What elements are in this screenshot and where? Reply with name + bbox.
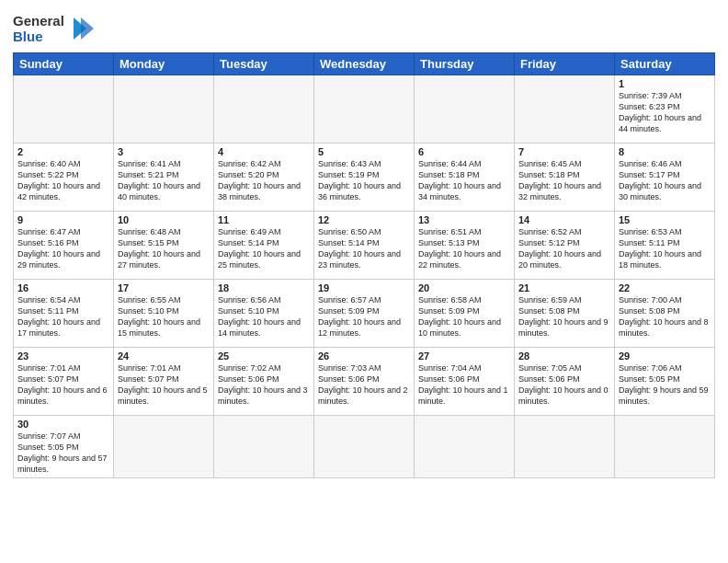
table-row: 28Sunrise: 7:05 AM Sunset: 5:06 PM Dayli… — [515, 347, 615, 415]
day-info: Sunrise: 6:56 AM Sunset: 5:10 PM Dayligh… — [218, 294, 310, 339]
table-row: 11Sunrise: 6:49 AM Sunset: 5:14 PM Dayli… — [214, 211, 314, 279]
day-info: Sunrise: 6:52 AM Sunset: 5:12 PM Dayligh… — [518, 226, 610, 271]
table-row: 10Sunrise: 6:48 AM Sunset: 5:15 PM Dayli… — [114, 211, 214, 279]
day-info: Sunrise: 6:54 AM Sunset: 5:11 PM Dayligh… — [17, 294, 109, 339]
col-sunday: Sunday — [14, 52, 114, 75]
table-row: 29Sunrise: 7:06 AM Sunset: 5:05 PM Dayli… — [615, 347, 715, 415]
day-info: Sunrise: 6:44 AM Sunset: 5:18 PM Dayligh… — [418, 158, 510, 203]
table-row — [214, 75, 314, 143]
col-friday: Friday — [515, 52, 615, 75]
day-number: 2 — [17, 146, 109, 157]
day-number: 6 — [418, 146, 510, 157]
page: General Blue Sunday Monday Tuesday Wedne… — [0, 0, 728, 563]
day-info: Sunrise: 7:02 AM Sunset: 5:06 PM Dayligh… — [218, 362, 310, 408]
day-number: 5 — [318, 146, 410, 157]
day-number: 16 — [17, 282, 109, 293]
day-info: Sunrise: 7:04 AM Sunset: 5:06 PM Dayligh… — [418, 362, 510, 408]
table-row: 18Sunrise: 6:56 AM Sunset: 5:10 PM Dayli… — [214, 279, 314, 347]
table-row — [114, 415, 214, 478]
day-info: Sunrise: 6:45 AM Sunset: 5:18 PM Dayligh… — [518, 158, 610, 203]
day-number: 13 — [418, 214, 510, 225]
day-number: 20 — [418, 282, 510, 293]
day-number: 24 — [118, 350, 210, 362]
day-number: 4 — [218, 146, 310, 157]
day-number: 25 — [218, 350, 310, 362]
day-number: 17 — [118, 282, 210, 293]
table-row: 3Sunrise: 6:41 AM Sunset: 5:21 PM Daylig… — [114, 143, 214, 211]
day-info: Sunrise: 6:48 AM Sunset: 5:15 PM Dayligh… — [118, 226, 210, 271]
day-info: Sunrise: 7:03 AM Sunset: 5:06 PM Dayligh… — [318, 362, 410, 408]
table-row: 20Sunrise: 6:58 AM Sunset: 5:09 PM Dayli… — [415, 279, 515, 347]
day-number: 29 — [619, 350, 711, 362]
table-row: 14Sunrise: 6:52 AM Sunset: 5:12 PM Dayli… — [515, 211, 615, 279]
day-info: Sunrise: 6:40 AM Sunset: 5:22 PM Dayligh… — [17, 158, 109, 203]
day-info: Sunrise: 7:05 AM Sunset: 5:06 PM Dayligh… — [518, 362, 610, 408]
day-info: Sunrise: 6:53 AM Sunset: 5:11 PM Dayligh… — [619, 226, 711, 271]
col-tuesday: Tuesday — [214, 52, 314, 75]
table-row — [615, 415, 715, 478]
day-info: Sunrise: 6:51 AM Sunset: 5:13 PM Dayligh… — [418, 226, 510, 271]
table-row: 19Sunrise: 6:57 AM Sunset: 5:09 PM Dayli… — [314, 279, 415, 347]
day-number: 22 — [619, 282, 711, 293]
table-row: 12Sunrise: 6:50 AM Sunset: 5:14 PM Dayli… — [314, 211, 415, 279]
day-info: Sunrise: 6:58 AM Sunset: 5:09 PM Dayligh… — [418, 294, 510, 339]
day-number: 1 — [619, 78, 711, 89]
table-row: 30Sunrise: 7:07 AM Sunset: 5:05 PM Dayli… — [14, 415, 114, 478]
table-row: 21Sunrise: 6:59 AM Sunset: 5:08 PM Dayli… — [515, 279, 615, 347]
day-info: Sunrise: 6:43 AM Sunset: 5:19 PM Dayligh… — [318, 158, 410, 203]
day-number: 26 — [318, 350, 410, 362]
table-row: 27Sunrise: 7:04 AM Sunset: 5:06 PM Dayli… — [415, 347, 515, 415]
table-row: 26Sunrise: 7:03 AM Sunset: 5:06 PM Dayli… — [314, 347, 415, 415]
table-row: 5Sunrise: 6:43 AM Sunset: 5:19 PM Daylig… — [314, 143, 415, 211]
table-row — [415, 75, 515, 143]
logo-general-text: General — [13, 13, 64, 29]
col-saturday: Saturday — [615, 52, 715, 75]
table-row: 23Sunrise: 7:01 AM Sunset: 5:07 PM Dayli… — [14, 347, 114, 415]
day-number: 3 — [118, 146, 210, 157]
table-row: 22Sunrise: 7:00 AM Sunset: 5:08 PM Dayli… — [615, 279, 715, 347]
day-number: 21 — [518, 282, 610, 293]
table-row — [314, 415, 415, 478]
table-row — [114, 75, 214, 143]
svg-marker-1 — [81, 17, 94, 40]
logo-blue-text: Blue — [13, 29, 64, 44]
table-row — [415, 415, 515, 478]
table-row: 1Sunrise: 7:39 AM Sunset: 6:23 PM Daylig… — [615, 75, 715, 143]
day-info: Sunrise: 6:57 AM Sunset: 5:09 PM Dayligh… — [318, 294, 410, 339]
header: General Blue — [13, 9, 715, 45]
table-row: 8Sunrise: 6:46 AM Sunset: 5:17 PM Daylig… — [615, 143, 715, 211]
day-info: Sunrise: 6:59 AM Sunset: 5:08 PM Dayligh… — [518, 294, 610, 339]
table-row — [314, 75, 415, 143]
table-row: 6Sunrise: 6:44 AM Sunset: 5:18 PM Daylig… — [415, 143, 515, 211]
table-row: 13Sunrise: 6:51 AM Sunset: 5:13 PM Dayli… — [415, 211, 515, 279]
calendar: Sunday Monday Tuesday Wednesday Thursday… — [13, 52, 715, 479]
table-row: 9Sunrise: 6:47 AM Sunset: 5:16 PM Daylig… — [14, 211, 114, 279]
day-info: Sunrise: 6:55 AM Sunset: 5:10 PM Dayligh… — [118, 294, 210, 339]
day-number: 14 — [518, 214, 610, 225]
day-number: 28 — [518, 350, 610, 362]
table-row: 2Sunrise: 6:40 AM Sunset: 5:22 PM Daylig… — [14, 143, 114, 211]
table-row: 4Sunrise: 6:42 AM Sunset: 5:20 PM Daylig… — [214, 143, 314, 211]
day-info: Sunrise: 7:00 AM Sunset: 5:08 PM Dayligh… — [619, 294, 711, 339]
day-number: 23 — [17, 350, 109, 362]
day-number: 7 — [518, 146, 610, 157]
day-info: Sunrise: 6:42 AM Sunset: 5:20 PM Dayligh… — [218, 158, 310, 203]
day-info: Sunrise: 7:06 AM Sunset: 5:05 PM Dayligh… — [619, 362, 711, 408]
day-number: 27 — [418, 350, 510, 362]
day-info: Sunrise: 6:50 AM Sunset: 5:14 PM Dayligh… — [318, 226, 410, 271]
day-number: 30 — [17, 419, 109, 430]
col-thursday: Thursday — [415, 52, 515, 75]
day-info: Sunrise: 7:01 AM Sunset: 5:07 PM Dayligh… — [17, 362, 109, 408]
day-info: Sunrise: 7:39 AM Sunset: 6:23 PM Dayligh… — [619, 90, 711, 135]
table-row — [14, 75, 114, 143]
day-info: Sunrise: 6:49 AM Sunset: 5:14 PM Dayligh… — [218, 226, 310, 271]
table-row — [515, 415, 615, 478]
table-row: 15Sunrise: 6:53 AM Sunset: 5:11 PM Dayli… — [615, 211, 715, 279]
day-number: 18 — [218, 282, 310, 293]
day-number: 9 — [17, 214, 109, 225]
day-number: 12 — [318, 214, 410, 225]
day-info: Sunrise: 7:01 AM Sunset: 5:07 PM Dayligh… — [118, 362, 210, 408]
col-wednesday: Wednesday — [314, 52, 415, 75]
day-number: 10 — [118, 214, 210, 225]
day-number: 11 — [218, 214, 310, 225]
